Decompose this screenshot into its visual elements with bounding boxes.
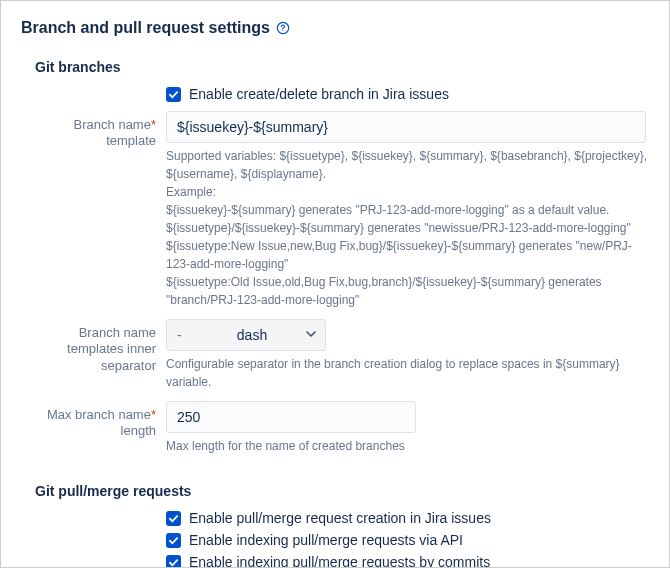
enable-pr-creation-row[interactable]: Enable pull/merge request creation in Ji… xyxy=(166,507,649,529)
enable-pr-creation-checkbox[interactable] xyxy=(166,511,181,526)
max-branch-name-length-help: Max length for the name of created branc… xyxy=(166,437,649,455)
enable-create-delete-branch-row[interactable]: Enable create/delete branch in Jira issu… xyxy=(166,83,649,105)
enable-pr-creation-label: Enable pull/merge request creation in Ji… xyxy=(189,510,491,526)
inner-separator-symbol: - xyxy=(177,327,199,343)
enable-index-api-checkbox[interactable] xyxy=(166,533,181,548)
max-branch-name-length-label: Max branch name* length xyxy=(21,401,166,440)
chevron-down-icon xyxy=(305,327,317,343)
help-icon[interactable] xyxy=(276,21,290,35)
enable-create-delete-branch-checkbox[interactable] xyxy=(166,87,181,102)
max-branch-name-length-input[interactable] xyxy=(166,401,416,433)
svg-point-1 xyxy=(282,30,283,31)
inner-separator-help: Configurable separator in the branch cre… xyxy=(166,355,649,391)
enable-index-api-row[interactable]: Enable indexing pull/merge requests via … xyxy=(166,529,649,551)
enable-index-api-label: Enable indexing pull/merge requests via … xyxy=(189,532,463,548)
inner-separator-name: dash xyxy=(199,327,317,343)
enable-index-commits-row[interactable]: Enable indexing pull/merge requests by c… xyxy=(166,551,649,568)
branch-name-template-label: Branch name* template xyxy=(21,111,166,150)
page-title-text: Branch and pull request settings xyxy=(21,19,270,37)
inner-separator-select[interactable]: - dash xyxy=(166,319,326,351)
enable-create-delete-branch-label: Enable create/delete branch in Jira issu… xyxy=(189,86,449,102)
branch-name-template-help: Supported variables: ${issuetype}, ${iss… xyxy=(166,147,649,309)
git-branches-heading: Git branches xyxy=(35,59,649,75)
enable-index-commits-label: Enable indexing pull/merge requests by c… xyxy=(189,554,490,568)
inner-separator-label: Branch name templates inner separator xyxy=(21,319,166,374)
enable-index-commits-checkbox[interactable] xyxy=(166,555,181,569)
git-pull-merge-heading: Git pull/merge requests xyxy=(35,483,649,499)
page-title: Branch and pull request settings xyxy=(21,19,649,37)
branch-name-template-input[interactable] xyxy=(166,111,646,143)
